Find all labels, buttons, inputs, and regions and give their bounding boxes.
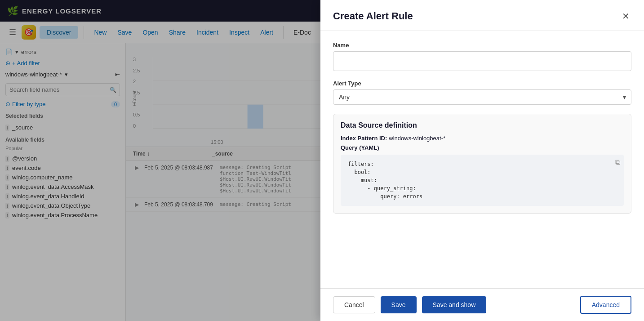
yaml-editor: filters: bool: must: - query_string: que… <box>341 155 624 206</box>
query-yaml-row: Query (YAML) <box>341 144 624 151</box>
create-alert-modal: Create Alert Rule ✕ Name Alert Type Any … <box>320 0 644 321</box>
advanced-button[interactable]: Advanced <box>580 296 631 314</box>
datasource-section: Data Source definition Index Pattern ID:… <box>333 114 631 214</box>
modal-header: Create Alert Rule ✕ <box>320 0 644 31</box>
close-button[interactable]: ✕ <box>620 9 631 23</box>
name-label: Name <box>333 42 631 49</box>
save-and-show-button[interactable]: Save and show <box>422 296 487 313</box>
index-pattern-val: windows-winlogbeat-* <box>389 135 445 142</box>
index-pattern-row: Index Pattern ID: windows-winlogbeat-* <box>341 135 624 142</box>
copy-button[interactable]: ⧉ <box>615 158 620 166</box>
alert-type-select-wrapper: Any Frequency Spike Flatline Blacklist W… <box>333 89 631 105</box>
alert-type-label: Alert Type <box>333 80 631 87</box>
modal-footer: Cancel Save Save and show Advanced <box>320 288 644 321</box>
modal-body: Name Alert Type Any Frequency Spike Flat… <box>320 31 644 288</box>
yaml-content: filters: bool: must: - query_string: que… <box>348 160 617 201</box>
name-input[interactable] <box>333 51 631 71</box>
save-button[interactable]: Save <box>381 296 417 313</box>
alert-type-select[interactable]: Any Frequency Spike Flatline Blacklist W… <box>333 89 631 105</box>
cancel-button[interactable]: Cancel <box>333 296 375 313</box>
datasource-title: Data Source definition <box>341 121 624 129</box>
modal-title: Create Alert Rule <box>333 10 413 22</box>
name-form-group: Name <box>333 42 631 71</box>
index-pattern-key: Index Pattern ID: <box>341 135 387 142</box>
query-yaml-key: Query (YAML) <box>341 144 379 151</box>
footer-left-buttons: Cancel Save Save and show <box>333 296 486 313</box>
alert-type-form-group: Alert Type Any Frequency Spike Flatline … <box>333 80 631 105</box>
